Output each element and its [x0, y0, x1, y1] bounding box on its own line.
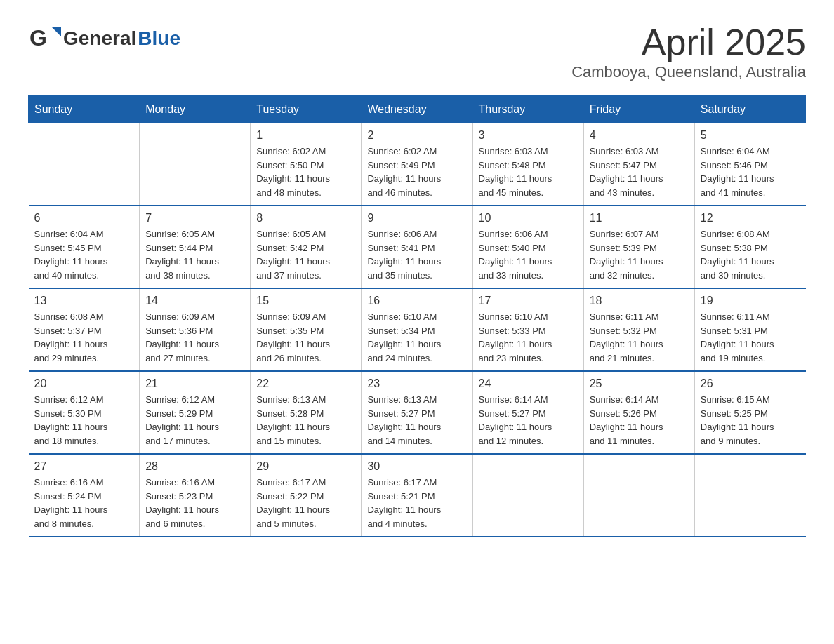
svg-text:G: G — [29, 25, 47, 51]
day-number: 21 — [145, 377, 244, 390]
week-row-5: 27Sunrise: 6:16 AM Sunset: 5:24 PM Dayli… — [29, 454, 806, 537]
day-info: Sunrise: 6:02 AM Sunset: 5:50 PM Dayligh… — [256, 145, 355, 199]
day-info: Sunrise: 6:08 AM Sunset: 5:37 PM Dayligh… — [34, 310, 134, 365]
week-row-4: 20Sunrise: 6:12 AM Sunset: 5:30 PM Dayli… — [29, 371, 806, 454]
day-info: Sunrise: 6:12 AM Sunset: 5:29 PM Dayligh… — [145, 393, 244, 448]
day-number: 2 — [367, 129, 466, 142]
calendar-cell: 12Sunrise: 6:08 AM Sunset: 5:38 PM Dayli… — [694, 206, 805, 288]
calendar-cell: 21Sunrise: 6:12 AM Sunset: 5:29 PM Dayli… — [140, 371, 251, 454]
day-info: Sunrise: 6:03 AM Sunset: 5:48 PM Dayligh… — [479, 145, 578, 199]
day-info: Sunrise: 6:10 AM Sunset: 5:34 PM Dayligh… — [367, 310, 466, 365]
location: Cambooya, Queensland, Australia — [571, 63, 806, 81]
col-header-sunday: Sunday — [29, 96, 140, 123]
col-header-wednesday: Wednesday — [362, 96, 472, 123]
calendar-cell: 11Sunrise: 6:07 AM Sunset: 5:39 PM Dayli… — [583, 206, 694, 288]
day-number: 18 — [590, 295, 689, 307]
logo-blue-text: Blue — [138, 27, 180, 50]
day-number: 11 — [590, 212, 689, 224]
day-number: 23 — [367, 377, 466, 390]
day-info: Sunrise: 6:04 AM Sunset: 5:45 PM Dayligh… — [34, 227, 134, 282]
week-row-2: 6Sunrise: 6:04 AM Sunset: 5:45 PM Daylig… — [29, 206, 806, 288]
calendar-cell: 8Sunrise: 6:05 AM Sunset: 5:42 PM Daylig… — [251, 206, 362, 288]
day-number: 3 — [479, 129, 578, 142]
day-number: 29 — [256, 460, 355, 473]
calendar-cell: 2Sunrise: 6:02 AM Sunset: 5:49 PM Daylig… — [362, 123, 472, 206]
calendar-cell: 6Sunrise: 6:04 AM Sunset: 5:45 PM Daylig… — [29, 206, 140, 288]
day-info: Sunrise: 6:14 AM Sunset: 5:27 PM Dayligh… — [479, 393, 578, 448]
calendar-cell: 4Sunrise: 6:03 AM Sunset: 5:47 PM Daylig… — [583, 123, 694, 206]
logo-general-text: General — [63, 27, 136, 50]
day-number: 16 — [367, 295, 466, 307]
day-info: Sunrise: 6:17 AM Sunset: 5:22 PM Dayligh… — [256, 476, 355, 530]
calendar-cell — [583, 454, 694, 537]
calendar-table: SundayMondayTuesdayWednesdayThursdayFrid… — [28, 95, 806, 537]
col-header-friday: Friday — [583, 96, 694, 123]
calendar-cell: 10Sunrise: 6:06 AM Sunset: 5:40 PM Dayli… — [472, 206, 583, 288]
calendar-cell: 30Sunrise: 6:17 AM Sunset: 5:21 PM Dayli… — [362, 454, 472, 537]
calendar-header-row: SundayMondayTuesdayWednesdayThursdayFrid… — [29, 96, 806, 123]
day-number: 19 — [701, 295, 800, 307]
day-number: 27 — [34, 460, 134, 473]
logo-icon: G — [28, 21, 63, 56]
day-info: Sunrise: 6:17 AM Sunset: 5:21 PM Dayligh… — [367, 476, 466, 530]
day-info: Sunrise: 6:10 AM Sunset: 5:33 PM Dayligh… — [479, 310, 578, 365]
month-title: April 2025 — [571, 21, 806, 63]
day-number: 7 — [145, 212, 244, 224]
svg-marker-1 — [51, 27, 61, 36]
day-info: Sunrise: 6:07 AM Sunset: 5:39 PM Dayligh… — [590, 227, 689, 282]
calendar-cell: 9Sunrise: 6:06 AM Sunset: 5:41 PM Daylig… — [362, 206, 472, 288]
day-number: 5 — [701, 129, 800, 142]
col-header-tuesday: Tuesday — [251, 96, 362, 123]
calendar-cell: 14Sunrise: 6:09 AM Sunset: 5:36 PM Dayli… — [140, 288, 251, 371]
calendar-cell: 17Sunrise: 6:10 AM Sunset: 5:33 PM Dayli… — [472, 288, 583, 371]
calendar-cell: 20Sunrise: 6:12 AM Sunset: 5:30 PM Dayli… — [29, 371, 140, 454]
day-number: 28 — [145, 460, 244, 473]
day-info: Sunrise: 6:16 AM Sunset: 5:24 PM Dayligh… — [34, 476, 134, 530]
calendar-cell: 15Sunrise: 6:09 AM Sunset: 5:35 PM Dayli… — [251, 288, 362, 371]
calendar-cell: 7Sunrise: 6:05 AM Sunset: 5:44 PM Daylig… — [140, 206, 251, 288]
day-info: Sunrise: 6:08 AM Sunset: 5:38 PM Dayligh… — [701, 227, 800, 282]
page-header: G General Blue April 2025 Cambooya, Quee… — [28, 21, 806, 81]
day-info: Sunrise: 6:05 AM Sunset: 5:42 PM Dayligh… — [256, 227, 355, 282]
calendar-cell: 26Sunrise: 6:15 AM Sunset: 5:25 PM Dayli… — [694, 371, 805, 454]
day-number: 10 — [479, 212, 578, 224]
calendar-cell — [140, 123, 251, 206]
day-info: Sunrise: 6:03 AM Sunset: 5:47 PM Dayligh… — [590, 145, 689, 199]
week-row-3: 13Sunrise: 6:08 AM Sunset: 5:37 PM Dayli… — [29, 288, 806, 371]
day-info: Sunrise: 6:02 AM Sunset: 5:49 PM Dayligh… — [367, 145, 466, 199]
day-number: 14 — [145, 295, 244, 307]
day-info: Sunrise: 6:09 AM Sunset: 5:36 PM Dayligh… — [145, 310, 244, 365]
calendar-cell — [694, 454, 805, 537]
day-info: Sunrise: 6:12 AM Sunset: 5:30 PM Dayligh… — [34, 393, 134, 448]
calendar-cell: 18Sunrise: 6:11 AM Sunset: 5:32 PM Dayli… — [583, 288, 694, 371]
day-info: Sunrise: 6:06 AM Sunset: 5:41 PM Dayligh… — [367, 227, 466, 282]
calendar-cell: 29Sunrise: 6:17 AM Sunset: 5:22 PM Dayli… — [251, 454, 362, 537]
day-info: Sunrise: 6:13 AM Sunset: 5:28 PM Dayligh… — [256, 393, 355, 448]
calendar-cell: 24Sunrise: 6:14 AM Sunset: 5:27 PM Dayli… — [472, 371, 583, 454]
calendar-cell: 22Sunrise: 6:13 AM Sunset: 5:28 PM Dayli… — [251, 371, 362, 454]
day-number: 13 — [34, 295, 134, 307]
calendar-cell — [29, 123, 140, 206]
calendar-cell: 1Sunrise: 6:02 AM Sunset: 5:50 PM Daylig… — [251, 123, 362, 206]
calendar-cell: 23Sunrise: 6:13 AM Sunset: 5:27 PM Dayli… — [362, 371, 472, 454]
col-header-thursday: Thursday — [472, 96, 583, 123]
day-number: 26 — [701, 377, 800, 390]
day-info: Sunrise: 6:14 AM Sunset: 5:26 PM Dayligh… — [590, 393, 689, 448]
day-info: Sunrise: 6:16 AM Sunset: 5:23 PM Dayligh… — [145, 476, 244, 530]
calendar-cell: 5Sunrise: 6:04 AM Sunset: 5:46 PM Daylig… — [694, 123, 805, 206]
day-number: 8 — [256, 212, 355, 224]
day-number: 6 — [34, 212, 134, 224]
calendar-cell: 25Sunrise: 6:14 AM Sunset: 5:26 PM Dayli… — [583, 371, 694, 454]
day-number: 4 — [590, 129, 689, 142]
day-number: 9 — [367, 212, 466, 224]
day-info: Sunrise: 6:06 AM Sunset: 5:40 PM Dayligh… — [479, 227, 578, 282]
calendar-cell: 13Sunrise: 6:08 AM Sunset: 5:37 PM Dayli… — [29, 288, 140, 371]
calendar-cell: 27Sunrise: 6:16 AM Sunset: 5:24 PM Dayli… — [29, 454, 140, 537]
day-number: 30 — [367, 460, 466, 473]
day-info: Sunrise: 6:15 AM Sunset: 5:25 PM Dayligh… — [701, 393, 800, 448]
calendar-cell: 19Sunrise: 6:11 AM Sunset: 5:31 PM Dayli… — [694, 288, 805, 371]
day-number: 24 — [479, 377, 578, 390]
day-number: 1 — [256, 129, 355, 142]
day-info: Sunrise: 6:11 AM Sunset: 5:32 PM Dayligh… — [590, 310, 689, 365]
col-header-saturday: Saturday — [694, 96, 805, 123]
